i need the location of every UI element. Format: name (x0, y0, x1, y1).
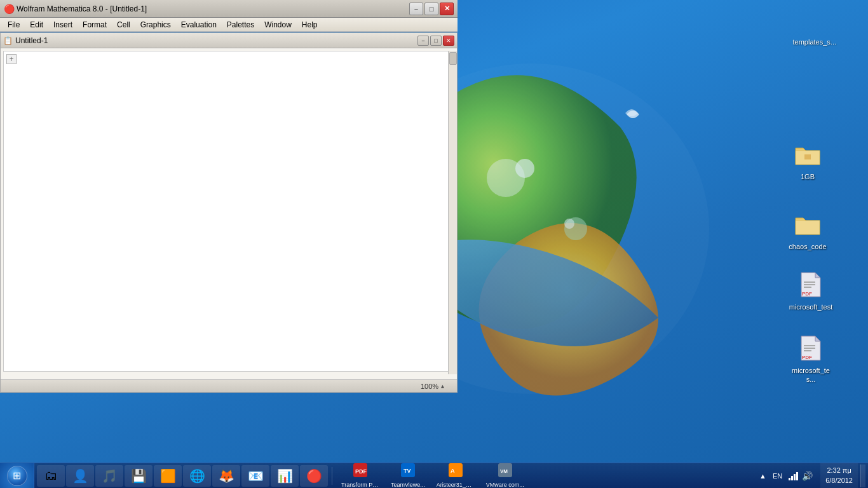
svg-rect-10 (804, 345, 815, 346)
zoom-level: 100% (421, 383, 438, 390)
file-icon-ms2: PDF (796, 333, 826, 363)
folder-icon-1gb (792, 139, 823, 170)
app-maximize-button[interactable]: □ (424, 3, 438, 15)
taskbar: 🗂 👤 🎵 💾 🟧 🌐 🦊 📧 (0, 463, 868, 488)
pdf-app-icon: PDF (353, 463, 367, 480)
svg-rect-6 (804, 281, 815, 283)
menu-palettes[interactable]: Palettes (222, 19, 259, 30)
svg-text:PDF: PDF (355, 468, 367, 475)
folder-icon-chaos (792, 209, 823, 240)
menu-format[interactable]: Format (78, 19, 112, 30)
doc-maximize-button[interactable]: □ (430, 36, 442, 46)
orange-app-icon: 🟧 (160, 468, 176, 484)
taskbar-running-apps: PDF Transform PDF file TV TeamViewe... (334, 463, 532, 488)
show-desktop-button[interactable] (860, 464, 865, 487)
add-cell-button[interactable]: + (6, 54, 17, 64)
taskbar-orange[interactable]: 🟧 (154, 465, 182, 487)
desktop-icon-ms2-label: microsoft_tes... (788, 366, 834, 384)
math-icon: 🔴 (306, 468, 322, 484)
desktop-icon-1gb-label: 1GB (801, 172, 815, 181)
signal-bar-1 (789, 478, 790, 480)
taskbar-user[interactable]: 👤 (66, 465, 94, 487)
menu-file[interactable]: File (3, 19, 25, 30)
doc-title-icon: 📋 (3, 36, 13, 45)
taskbar-pinned-items: 🗂 👤 🎵 💾 🟧 🌐 🦊 📧 (34, 463, 330, 488)
tray-up-arrow[interactable]: ▲ (759, 472, 766, 480)
save-icon: 💾 (131, 468, 147, 484)
signal-bar-2 (791, 476, 793, 480)
svg-text:TV: TV (403, 468, 411, 474)
desktop-icon-1gb[interactable]: 1GB (782, 137, 833, 184)
clock-date: 6/8/2012 (825, 476, 853, 485)
doc-close-button[interactable]: ✕ (443, 36, 454, 46)
taskbar-pdf-app[interactable]: PDF Transform PDF file (336, 462, 384, 488)
taskbar-explorer[interactable]: 🗂 (37, 465, 65, 487)
app-minimize-button[interactable]: − (409, 3, 423, 15)
svg-text:PDF: PDF (802, 291, 812, 297)
taskbar-media[interactable]: 🎵 (95, 465, 123, 487)
doc-scrollbar[interactable] (448, 51, 457, 374)
menu-help[interactable]: Help (297, 19, 323, 30)
taskbar-ie[interactable]: 🌐 (183, 465, 211, 487)
volume-icon[interactable]: 🔊 (802, 471, 813, 481)
menu-evaluation[interactable]: Evaluation (176, 19, 222, 30)
teamviewer-icon: TV (401, 463, 415, 480)
clock-area[interactable]: 2:32 πμ 6/8/2012 (820, 463, 858, 488)
menubar: File Edit Insert Format Cell Graphics Ev… (0, 18, 458, 32)
language-indicator[interactable]: EN (770, 472, 785, 480)
doc-content[interactable]: + (3, 51, 454, 372)
svg-point-2 (515, 159, 534, 178)
signal-strength (789, 471, 798, 480)
signal-bar-4 (796, 472, 798, 480)
doc-scrollbar-thumb[interactable] (449, 52, 457, 65)
taskbar-separator (332, 467, 332, 485)
svg-text:A: A (451, 468, 455, 474)
desktop-icon-ms1[interactable]: PDF microsoft_test (785, 267, 836, 314)
taskbar-systray: ▲ EN 🔊 2:32 πμ 6/8/2012 (752, 463, 868, 488)
doc-title-text: Untitled-1 (15, 36, 416, 45)
doc-titlebar: 📋 Untitled-1 − □ ✕ (1, 33, 457, 48)
desktop-icon-chaos[interactable]: chaos_code (782, 207, 833, 254)
file-icon-ms1: PDF (796, 269, 826, 300)
taskbar-aristeer-app[interactable]: A Aristeer31_U... (431, 462, 480, 488)
menu-window[interactable]: Window (259, 19, 297, 30)
taskbar-math[interactable]: 🔴 (300, 465, 328, 487)
app-title-icon: 🔴 (4, 4, 14, 14)
taskbar-outlook[interactable]: 📧 (241, 465, 269, 487)
ppt-icon: 📊 (277, 468, 293, 484)
vmware-icon: VM (498, 463, 512, 480)
taskbar-save[interactable]: 💾 (125, 465, 153, 487)
user-icon: 👤 (72, 468, 88, 484)
ie-icon: 🌐 (189, 468, 205, 484)
menu-cell[interactable]: Cell (112, 19, 135, 30)
taskbar-firefox[interactable]: 🦊 (212, 465, 240, 487)
start-button[interactable] (0, 463, 34, 489)
app-titlebar: 🔴 Wolfram Mathematica 8.0 - [Untitled-1]… (0, 0, 458, 18)
doc-minimize-button[interactable]: − (417, 36, 429, 46)
templates-label: templates_s... (793, 38, 836, 46)
menu-edit[interactable]: Edit (25, 19, 48, 30)
desktop-icon-ms1-label: microsoft_test (789, 302, 832, 311)
svg-rect-12 (804, 350, 811, 351)
mathematica-window: 🔴 Wolfram Mathematica 8.0 - [Untitled-1]… (0, 0, 458, 393)
desktop-icon-chaos-label: chaos_code (789, 242, 826, 251)
svg-text:PDF: PDF (802, 355, 812, 360)
aristeer-label: Aristeer31_U... (437, 482, 475, 488)
desktop: templates_s... 1GB chaos_code (0, 0, 868, 488)
signal-bar-3 (794, 474, 796, 480)
svg-rect-5 (804, 154, 811, 159)
app-close-button[interactable]: ✕ (440, 3, 454, 15)
zoom-arrow: ▲ (440, 383, 445, 390)
taskbar-vmware-app[interactable]: VM VMware com... (481, 462, 529, 488)
svg-text:VM: VM (500, 468, 508, 474)
taskbar-teamviewer-app[interactable]: TV TeamViewe... (386, 462, 430, 488)
teamviewer-label: TeamViewe... (391, 482, 425, 488)
menu-insert[interactable]: Insert (48, 19, 78, 30)
pdf-app-label: Transform PDF file (341, 482, 379, 488)
svg-rect-8 (804, 287, 811, 288)
doc-statusbar: 100% ▲ (1, 379, 457, 392)
menu-graphics[interactable]: Graphics (135, 19, 176, 30)
outlook-icon: 📧 (248, 468, 264, 484)
taskbar-ppt[interactable]: 📊 (271, 465, 299, 487)
desktop-icon-ms2[interactable]: PDF microsoft_tes... (785, 330, 836, 387)
